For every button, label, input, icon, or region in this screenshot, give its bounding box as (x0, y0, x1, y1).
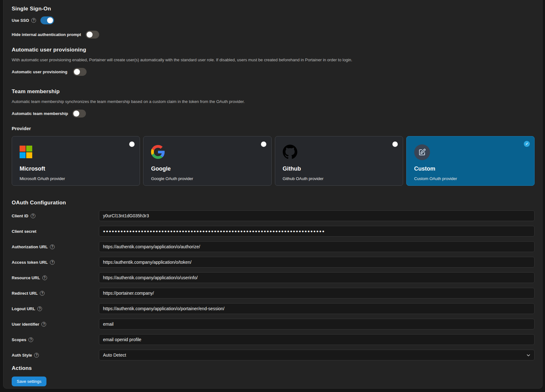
oauth-config-heading: OAuth Configuration (12, 200, 535, 206)
provisioning-heading: Automatic user provisioning (12, 47, 535, 53)
provider-cards: Microsoft Microsoft OAuth provider Googl… (12, 136, 535, 186)
radio-unselected-icon[interactable] (129, 142, 135, 147)
team-toggle[interactable] (72, 110, 86, 118)
actions-heading: Actions (12, 365, 535, 371)
provisioning-toggle[interactable] (73, 68, 87, 76)
provider-card-google[interactable]: Google Google OAuth provider (143, 136, 271, 186)
scopes-input[interactable] (99, 334, 535, 345)
provider-card-github[interactable]: Github Github OAuth provider (275, 136, 403, 186)
provider-card-description: Google OAuth provider (151, 176, 263, 181)
auth-style-select[interactable]: Auto Detect (99, 350, 535, 360)
resource-url-input[interactable] (99, 272, 535, 283)
redirect-url-label: Redirect URL? (12, 291, 99, 296)
toggle-knob (74, 69, 80, 75)
provider-card-custom[interactable]: ✓ Custom Custom OAuth provider (406, 136, 535, 186)
user-identifier-label: User identifier? (12, 322, 99, 327)
auth-style-label: Auth Style? (12, 353, 99, 358)
provider-card-title: Microsoft (20, 166, 132, 172)
radio-unselected-icon[interactable] (261, 142, 266, 147)
settings-panel: Single Sign-On Use SSO ? Hide internal a… (3, 0, 542, 389)
team-toggle-label: Automatic team membership (12, 111, 68, 116)
toggle-knob (87, 32, 93, 38)
access-token-url-label: Access token URL? (12, 260, 99, 265)
authorization-url-input[interactable] (99, 241, 535, 252)
provider-heading: Provider (12, 126, 535, 131)
github-logo-icon (283, 145, 297, 159)
authorization-url-label: Authorization URL? (12, 244, 99, 249)
team-description: Automatic team membership synchronizes t… (12, 99, 535, 104)
help-icon[interactable]: ? (37, 306, 42, 311)
hide-internal-auth-toggle[interactable] (86, 31, 99, 39)
toggle-knob (47, 17, 53, 23)
provider-card-title: Github (283, 166, 395, 172)
help-icon[interactable]: ? (34, 353, 39, 358)
radio-unselected-icon[interactable] (392, 142, 398, 147)
provider-card-description: Microsoft OAuth provider (20, 176, 132, 181)
help-icon[interactable]: ? (42, 275, 47, 280)
provisioning-toggle-label: Automatic user provisioning (12, 69, 69, 74)
help-icon[interactable]: ? (31, 18, 36, 23)
custom-edit-icon (418, 148, 426, 156)
help-icon[interactable]: ? (40, 291, 45, 296)
use-sso-label: Use SSO ? (12, 18, 36, 23)
scopes-label: Scopes? (12, 337, 99, 342)
use-sso-toggle[interactable] (40, 16, 54, 24)
provider-card-description: Github OAuth provider (283, 176, 395, 181)
provider-card-title: Google (151, 166, 263, 172)
client-secret-input[interactable] (99, 226, 535, 237)
chevron-down-icon (526, 353, 530, 357)
auth-style-selected-value: Auto Detect (103, 353, 126, 358)
logout-url-label: Logout URL? (12, 306, 99, 311)
provisioning-description: With automatic user provisioning enabled… (12, 57, 535, 62)
client-secret-label: Client secret (12, 229, 99, 234)
logout-url-input[interactable] (99, 303, 535, 314)
resource-url-label: Resource URL? (12, 275, 99, 280)
redirect-url-input[interactable] (99, 288, 535, 299)
sso-heading: Single Sign-On (12, 6, 535, 12)
help-icon[interactable]: ? (31, 214, 35, 218)
selected-check-icon: ✓ (524, 141, 530, 147)
microsoft-logo-icon (20, 146, 32, 158)
access-token-url-input[interactable] (99, 257, 535, 268)
toggle-knob (73, 111, 79, 117)
google-logo-icon (151, 145, 165, 159)
client-id-label: Client ID? (12, 214, 99, 218)
client-id-input[interactable] (99, 210, 535, 221)
help-icon[interactable]: ? (50, 260, 55, 265)
team-heading: Team membership (12, 88, 535, 95)
provider-card-microsoft[interactable]: Microsoft Microsoft OAuth provider (12, 136, 140, 186)
help-icon[interactable]: ? (50, 244, 55, 249)
help-icon[interactable]: ? (28, 337, 33, 342)
provider-card-title: Custom (414, 166, 527, 172)
user-identifier-input[interactable] (99, 319, 535, 329)
help-icon[interactable]: ? (41, 322, 46, 327)
save-settings-button[interactable]: Save settings (12, 377, 46, 386)
provider-card-description: Custom OAuth provider (414, 176, 527, 181)
hide-internal-auth-label: Hide internal authentication prompt (12, 32, 81, 37)
